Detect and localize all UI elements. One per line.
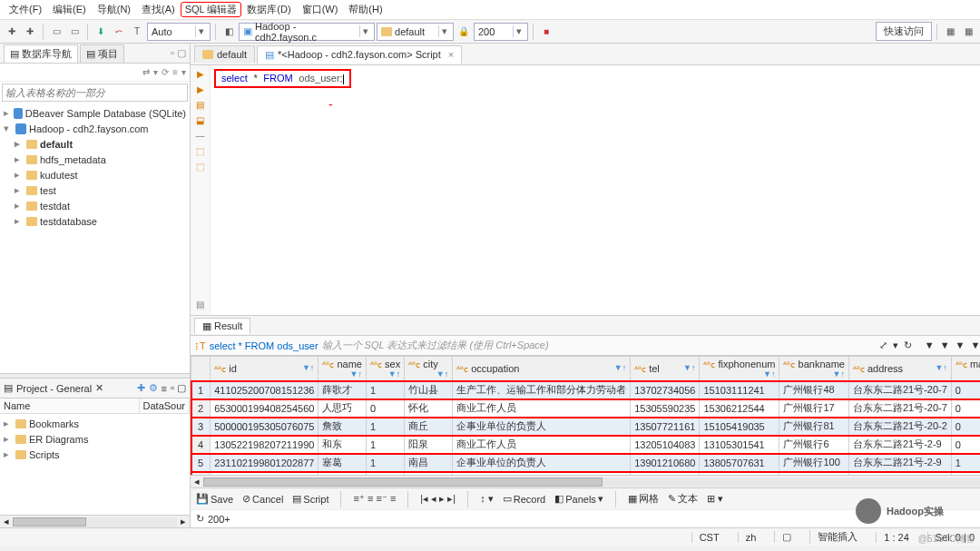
col-header[interactable]: ᴬᴮᴄ bankname ▼↑ [779, 357, 848, 381]
cell[interactable]: 广州银行81 [779, 418, 848, 436]
cell[interactable]: 詹致 [318, 418, 367, 436]
panels-button[interactable]: ◧ Panels ▾ [554, 493, 603, 505]
cell[interactable]: 企事业单位的负责人 [453, 418, 631, 436]
cell[interactable]: 广州银行6 [779, 436, 848, 454]
cell[interactable]: 镇原县 [405, 472, 453, 476]
col-header[interactable]: ᴬᴮᴄ fixphonenum ▼↑ [700, 357, 779, 381]
export-icon[interactable]: ⬚ [196, 146, 204, 156]
row-number[interactable]: 1 [191, 381, 211, 399]
cell[interactable]: 1 [366, 454, 404, 472]
row-number[interactable]: 6 [191, 472, 211, 476]
tree-item[interactable]: ▸test [0, 182, 190, 198]
cell[interactable]: 15008024987 [631, 472, 700, 476]
record-button[interactable]: ▭ Record [503, 493, 545, 505]
text-view-button[interactable]: ✎ 文本 [668, 492, 698, 506]
col-header[interactable]: ᴬᴮᴄ address ▼↑ [848, 357, 951, 381]
commit-icon[interactable]: ⬇ [93, 24, 109, 40]
cell[interactable]: 13205104083 [631, 436, 700, 454]
col-header[interactable]: ᴬᴮᴄ id ▼↑ [211, 357, 318, 381]
tab-default[interactable]: default [194, 45, 255, 63]
cell[interactable]: 台东东二路21号-2-9 [848, 436, 951, 454]
menu-sql-editor[interactable]: SQL 编辑器 [181, 2, 242, 17]
cell[interactable]: 广州银行100 [779, 454, 848, 472]
cell[interactable]: 653000199408254560 [211, 399, 318, 418]
col-header[interactable]: ᴬᴮᴄ occupation ▼↑ [453, 357, 631, 381]
database-tree[interactable]: ▸DBeaver Sample Database (SQLite)▾Hadoop… [0, 103, 190, 373]
new-conn-icon[interactable]: ✚ [22, 24, 38, 40]
tree-item[interactable]: ▾Hadoop - cdh2.fayson.com [0, 121, 190, 136]
cell[interactable]: 商业工作人员 [453, 436, 631, 454]
run-step-icon[interactable]: ▶ [197, 84, 204, 94]
cell[interactable]: 台东东二路21号-20-2 [848, 418, 951, 436]
cell[interactable]: 生产工作、运输工作和部分体力劳动者 [453, 381, 631, 399]
save-button[interactable]: 💾 Save [196, 493, 233, 505]
perspective-icon[interactable]: ▦ [942, 24, 958, 40]
cell[interactable]: 1 [366, 472, 404, 476]
cell[interactable]: 南昌 [405, 454, 453, 472]
filter-hint[interactable]: 输入一个 SQL 表达式来过滤结果 (使用 Ctrl+Space) [322, 339, 876, 352]
result-grid[interactable]: ᴬᴮᴄ id ▼↑ᴬᴮᴄ name ▼↑ᴬᴮᴄ sex ▼↑ᴬᴮᴄ city ▼… [191, 356, 980, 475]
menu-database[interactable]: 数据库(D) [241, 3, 296, 16]
tab-result[interactable]: ▦ Result [194, 318, 250, 334]
col-header[interactable]: ᴬᴮᴄ marriage ▼↑ [951, 357, 980, 381]
cell[interactable]: 0 [951, 381, 980, 399]
run-icon[interactable]: ▶ [197, 69, 204, 79]
cell[interactable]: 人思巧 [318, 399, 367, 418]
cell[interactable]: 1 [366, 381, 404, 399]
menu-window[interactable]: 窗口(W) [297, 3, 344, 16]
cell[interactable]: 商丘 [405, 418, 453, 436]
sql-text[interactable]: select * FROM ods_user; [214, 69, 351, 88]
col-header[interactable]: ᴬᴮᴄ name ▼↑ [318, 357, 367, 381]
expand-icon[interactable]: ⤢ [879, 339, 887, 351]
cell[interactable]: 15105419035 [700, 418, 779, 436]
cell[interactable]: 佼淑 [318, 472, 367, 476]
grid-view-button[interactable]: ▦ 网格 [628, 492, 659, 506]
cell[interactable]: 13507721161 [631, 418, 700, 436]
cancel-button[interactable]: ⊘ Cancel [242, 493, 283, 505]
cell[interactable]: 1 [951, 472, 980, 476]
cell[interactable]: 520103200907158512 [211, 472, 318, 476]
cell[interactable]: 怀化 [405, 399, 453, 418]
tab-script[interactable]: ▤*<Hadoop - cdh2.fayson.com> Script× [257, 45, 462, 64]
tree-item[interactable]: ▸hdfs_metadata [0, 152, 190, 167]
cell[interactable]: 500000195305076075 [211, 418, 318, 436]
cell[interactable]: 薛歌才 [318, 381, 367, 399]
close-icon[interactable]: × [448, 49, 454, 60]
cell[interactable]: 商业工作人员 [453, 399, 631, 418]
rollback-icon[interactable]: ⤺ [111, 24, 127, 40]
nav-first-icon[interactable]: |◂ ◂ ▸ ▸| [420, 493, 456, 505]
cell[interactable]: 0 [951, 436, 980, 454]
sql-icon[interactable]: ▭ [48, 24, 64, 40]
cell[interactable]: 15306212544 [700, 399, 779, 418]
menu-edit[interactable]: 编辑(E) [47, 3, 92, 16]
schema-combo[interactable]: default▾ [377, 23, 454, 41]
menu-nav[interactable]: 导航(N) [92, 3, 136, 16]
cell[interactable]: 广州银行48 [779, 381, 848, 399]
tree-item[interactable]: ▸default [0, 136, 190, 152]
project-item[interactable]: ▸Bookmarks [0, 416, 190, 431]
cell[interactable]: 和东 [318, 436, 367, 454]
sql-icon2[interactable]: ▭ [66, 24, 83, 40]
tree-item[interactable]: ▸testdat [0, 198, 190, 213]
menu-help[interactable]: 帮助(H) [343, 3, 387, 16]
menu-search[interactable]: 查找(A) [136, 3, 181, 16]
import-icon[interactable]: ⬚ [196, 162, 204, 172]
rowlimit-combo[interactable]: 200▾ [474, 23, 528, 41]
cell[interactable]: 411025200708151236 [211, 381, 318, 399]
cell[interactable]: 0 [951, 399, 980, 418]
tab-db-nav[interactable]: ▤数据库导航 [4, 44, 78, 63]
project-item[interactable]: ▸Scripts [0, 447, 190, 462]
project-item[interactable]: ▸ER Diagrams [0, 431, 190, 447]
left-hscroll[interactable]: ◂▸ [0, 515, 190, 527]
cell[interactable]: 塞葛 [318, 454, 367, 472]
perspective-icon2[interactable]: ▦ [960, 24, 976, 40]
new-icon[interactable]: ✚ [4, 24, 20, 40]
cell[interactable]: 13702734056 [631, 381, 700, 399]
col-header[interactable]: ᴬᴮᴄ tel ▼↑ [631, 357, 700, 381]
cell[interactable]: 1 [366, 418, 404, 436]
editor-gutter[interactable]: ▶ ▶ ▤ ⬓ — ⬚ ⬚ ▤ [191, 65, 211, 315]
cell[interactable]: 台东东二路21号-20-7 [848, 381, 951, 399]
cell[interactable]: 0 [951, 418, 980, 436]
cell[interactable]: 13805707631 [700, 454, 779, 472]
script-button[interactable]: ▤ Script [292, 493, 328, 505]
